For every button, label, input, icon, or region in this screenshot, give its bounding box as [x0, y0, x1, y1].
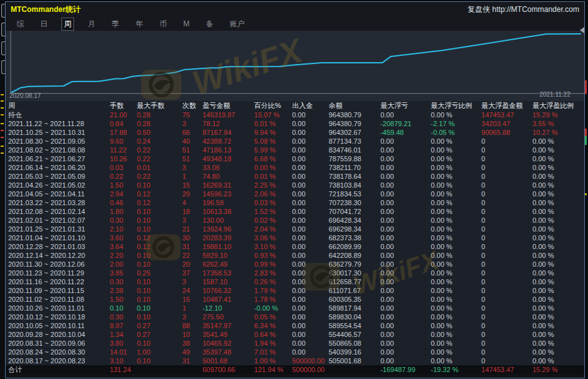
menu-item-日[interactable]: 日 [38, 18, 50, 30]
column-header[interactable]: 余额 [328, 101, 379, 110]
menu-item-币[interactable]: 币 [158, 18, 169, 30]
table-row[interactable]: 2021.08.30 ~ 2021.09.059.600.244042388.7… [6, 137, 584, 146]
table-cell: 40 [181, 137, 201, 146]
menu-item-账户[interactable]: 账户 [228, 18, 247, 30]
table-row[interactable]: 2021.05.03 ~ 2021.05.090.220.22174.800.0… [6, 172, 584, 181]
table-row[interactable]: 2020.10.26 ~ 2020.11.010.100.101-12.10-0… [6, 304, 584, 312]
table-row[interactable]: 2020.12.14 ~ 2020.12.202.200.10225929.10… [6, 251, 584, 260]
table-row[interactable]: 2020.10.05 ~ 2020.10.118.970.278835147.9… [6, 321, 584, 330]
table-cell: 0.00 % [430, 277, 480, 286]
table-cell: 0.00 [291, 339, 327, 348]
table-cell: 14596.23 [201, 190, 253, 198]
table-cell: 0.00 % [430, 330, 480, 339]
column-header[interactable]: 盈亏金额 [201, 101, 253, 110]
table-total-row[interactable]: 合计131.24609700.66121.94 %500000.00-16948… [6, 365, 584, 374]
table-cell: 0 [480, 321, 531, 330]
table-row[interactable]: 2021.04.26 ~ 2021.05.021.500.101516269.3… [6, 181, 584, 190]
background-tick [1, 94, 4, 95]
table-row[interactable]: 2020.11.02 ~ 2020.11.081.500.101510487.4… [6, 295, 584, 304]
table-cell: -0.05 % [430, 128, 480, 137]
table-cell: 2.20 [109, 251, 136, 260]
table-cell: 0.00 % [531, 356, 584, 365]
table-cell: 0.28 [136, 119, 181, 128]
menu-item-综[interactable]: 综 [14, 18, 26, 30]
table-cell [181, 365, 201, 374]
table-header-row: 周手数最大手数次数盈亏金额百分比%出入金余额最大浮亏最大浮亏比例最大浮盈金额最大… [6, 101, 584, 110]
table-cell: 0 [480, 312, 531, 321]
table-cell: 121.94 % [253, 365, 291, 374]
column-header[interactable]: 最大浮盈金额 [480, 101, 531, 110]
table-cell: 0.00 [379, 286, 429, 295]
table-cell: 0.02 % [253, 216, 291, 225]
table-cell: 0.00 % [531, 348, 584, 356]
background-tick [585, 193, 587, 195]
column-header[interactable]: 出入金 [291, 101, 327, 110]
table-row[interactable]: 2020.11.16 ~ 2020.11.220.300.1031587.100… [6, 277, 584, 286]
table-cell: 589830.04 [328, 312, 379, 321]
table-cell: 131.24 [109, 365, 136, 374]
table-row[interactable]: 2020.09.28 ~ 2020.10.041.340.27103541.49… [6, 330, 584, 339]
table-cell: 6262.49 [201, 260, 253, 269]
table-row[interactable]: 2021.04.05 ~ 2021.04.112.940.122914596.2… [6, 190, 584, 198]
column-header[interactable]: 百分比% [253, 101, 291, 110]
table-row[interactable]: 2021.01.25 ~ 2021.01.312.100.102113924.9… [6, 225, 584, 233]
table-row[interactable]: 2021.02.08 ~ 2021.02.141.800.101810613.3… [6, 207, 584, 216]
table-row[interactable]: 2021.08.02 ~ 2021.08.0811.220.225147186.… [6, 146, 584, 154]
menu-item-M[interactable]: M [181, 19, 191, 29]
table-row[interactable]: 2020.08.24 ~ 2020.08.3014.011.004935397.… [6, 348, 584, 356]
table-row[interactable]: 2020.08.17 ~ 2020.08.233.100.10315001.68… [6, 356, 584, 365]
table-cell: 2.38 [109, 286, 136, 295]
table-cell: 9.94 % [253, 128, 291, 137]
table-row[interactable]: 2021.01.04 ~ 2021.01.103.600.123020283.3… [6, 233, 584, 242]
column-header[interactable]: 周 [6, 101, 109, 110]
table-row[interactable]: 2020.11.23 ~ 2020.11.293.850.253717358.5… [6, 269, 584, 277]
table-cell: 10.26 [109, 154, 136, 163]
table-row[interactable]: 2021.06.14 ~ 2021.06.200.030.01333.060.0… [6, 163, 584, 172]
table-cell: 3.10 % [253, 242, 291, 251]
table-row[interactable]: 2021.06.21 ~ 2021.06.2710.260.225149348.… [6, 154, 584, 163]
table-row[interactable]: 持仓21.000.2875145319.8715.07 %0.00964380.… [6, 110, 584, 119]
table-row[interactable]: 2020.11.30 ~ 2020.12.062.000.10206262.49… [6, 260, 584, 269]
column-header[interactable]: 手数 [109, 101, 136, 110]
table-cell: 0.00 [291, 181, 327, 190]
column-header[interactable]: 最大浮盈比例 [531, 101, 584, 110]
table-cell: 662089.99 [328, 242, 379, 251]
table-cell: 0.10 [136, 295, 181, 304]
table-cell: 2021.08.02 ~ 2021.08.08 [6, 146, 109, 154]
title-bar: MTCommander统计 复盘侠 http://MTCommander.com [6, 2, 584, 17]
table-row[interactable]: 2021.11.22 ~ 2021.11.280.840.28378.120.0… [6, 119, 584, 128]
column-header[interactable]: 最大手数 [136, 101, 181, 110]
table-cell: 0.10 [136, 312, 181, 321]
column-header[interactable]: 最大浮亏比例 [430, 101, 480, 110]
table-row[interactable]: 2020.12.28 ~ 2021.01.033.640.123119881.1… [6, 242, 584, 251]
menu-item-年[interactable]: 年 [134, 18, 145, 30]
table-row[interactable]: 2021.03.22 ~ 2021.03.280.460.124196.580.… [6, 198, 584, 207]
table-row[interactable]: 2020.10.12 ~ 2020.10.180.300.103275.500.… [6, 312, 584, 321]
scroll-arrow-icon[interactable] [580, 27, 584, 33]
table-cell: 0 [480, 137, 531, 146]
brand-link[interactable]: 复盘侠 http://MTCommander.com [468, 4, 579, 15]
table-cell: 0.00 % [531, 172, 584, 181]
table-row[interactable]: 2021.02.01 ~ 2021.02.070.300.103130.000.… [6, 216, 584, 225]
menu-item-备[interactable]: 备 [204, 18, 215, 30]
table-cell: 609700.66 [201, 365, 253, 374]
menu-item-季[interactable]: 季 [110, 18, 121, 30]
table-cell: 0 [480, 225, 531, 233]
menu-item-月[interactable]: 月 [86, 18, 97, 30]
table-cell: -459.48 [379, 128, 429, 137]
table-cell: 10 [181, 330, 201, 339]
table-row[interactable]: 2020.11.09 ~ 2020.11.152.380.102410766.3… [6, 286, 584, 295]
table-row[interactable]: 2021.10.25 ~ 2021.10.3117.880.506687167.… [6, 128, 584, 137]
table-cell: 2020.12.14 ~ 2020.12.20 [6, 251, 109, 260]
menu-item-周[interactable]: 周 [62, 18, 73, 30]
column-header[interactable]: 次数 [181, 101, 201, 110]
table-cell: 0.00 % [430, 304, 480, 312]
table-cell: 540399.16 [328, 348, 379, 356]
table-row[interactable]: 2020.08.31 ~ 2020.09.063.800.103810465.9… [6, 339, 584, 348]
table-cell: 0.00 [379, 172, 429, 181]
column-header[interactable]: 最大浮亏 [379, 101, 429, 110]
table-cell: 0.50 [136, 128, 181, 137]
table-cell: 10613.38 [201, 207, 253, 216]
table-cell: 88 [181, 321, 201, 330]
table-cell: 612658.77 [328, 277, 379, 286]
